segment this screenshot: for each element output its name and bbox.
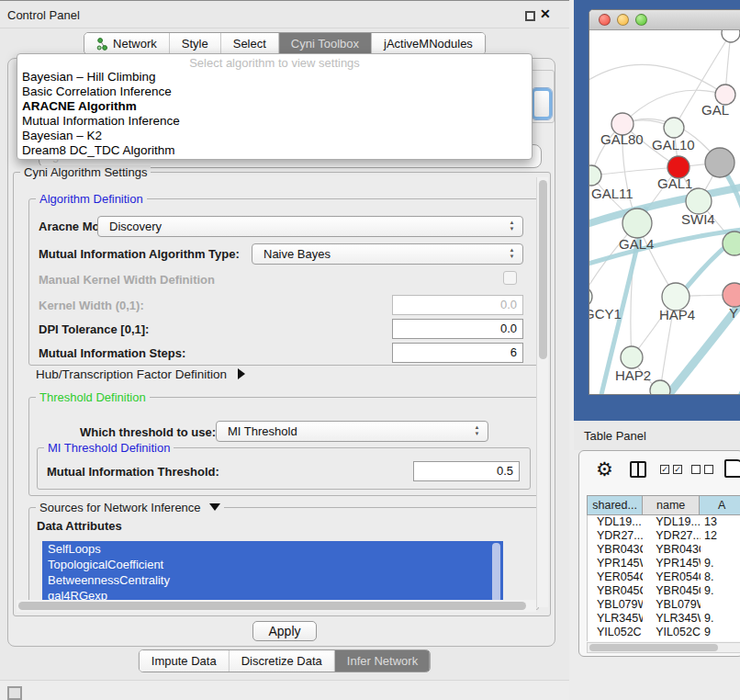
columns-icon[interactable] xyxy=(630,461,646,478)
table-header-row: shared...nameA xyxy=(587,495,740,515)
network-node-gal4[interactable] xyxy=(622,209,652,238)
table-row[interactable]: YBR043CYBR043C xyxy=(588,543,740,557)
tab-select[interactable]: Select xyxy=(221,33,279,54)
stepper-icon: ▲▼ xyxy=(508,220,516,232)
settings-horizontal-scrollbar[interactable] xyxy=(17,600,536,612)
attribute-item-topologicalcoefficient[interactable]: TopologicalCoefficient xyxy=(42,557,503,572)
tab-network[interactable]: Network xyxy=(84,33,170,54)
manual-kernel-checkbox[interactable] xyxy=(503,271,517,285)
data-attributes-label: Data Attributes xyxy=(37,519,122,533)
sources-group: Sources for Network Inference Data Attri… xyxy=(28,507,539,610)
table-row[interactable]: YDR27...YDR27...12 xyxy=(588,529,740,543)
kernel-width-field[interactable]: 0.0 xyxy=(392,295,523,315)
mi-steps-label: Mutual Information Steps: xyxy=(39,346,185,360)
tab-infer-network[interactable]: Infer Network xyxy=(335,650,430,672)
network-node-gal10[interactable] xyxy=(664,118,684,138)
algorithm-definition-group: Algorithm Definition Aracne Mode: Discov… xyxy=(28,198,539,366)
network-edge[interactable] xyxy=(589,64,725,95)
algorithm-option-basic-correlation-inference[interactable]: Basic Correlation Inference xyxy=(17,85,532,99)
mi-type-select[interactable]: Naive Bayes ▲▼ xyxy=(252,243,523,265)
network-node-gal11[interactable] xyxy=(589,165,601,186)
control-panel-titlebar: Control Panel ✕ xyxy=(0,2,569,28)
table-row[interactable]: YDL19...YDL19...13 xyxy=(588,515,740,529)
unchecked-checkbox-icon[interactable] xyxy=(704,465,713,474)
zoom-traffic-light-icon[interactable] xyxy=(635,14,647,26)
algorithm-option-mutual-information-inference[interactable]: Mutual Information Inference xyxy=(17,114,532,129)
table-row[interactable]: YIL052CYIL052C9 xyxy=(588,626,740,639)
algorithm-option-bayesian-hill-climbing[interactable]: Bayesian – Hill Climbing xyxy=(17,70,532,85)
node-label-swi4: SWI4 xyxy=(681,211,715,227)
float-panel-icon[interactable] xyxy=(525,11,535,21)
apply-button[interactable]: Apply xyxy=(252,621,317,641)
table-cell: YBL079W xyxy=(643,598,701,612)
column-header-a[interactable]: A xyxy=(700,496,740,514)
network-node-swi4[interactable] xyxy=(686,188,712,214)
scrollbar-thumb[interactable] xyxy=(539,180,547,359)
table-row[interactable]: YBL079WYBL079W xyxy=(588,598,740,612)
tab-label: Discretize Data xyxy=(241,654,322,668)
tab-cyni-toolbox[interactable]: Cyni Toolbox xyxy=(279,33,372,54)
close-icon[interactable]: ✕ xyxy=(540,6,551,21)
network-node[interactable] xyxy=(705,148,734,177)
node-label-hap2: HAP2 xyxy=(615,367,651,383)
table-row[interactable]: YBR045CYBR045C9. xyxy=(588,584,740,598)
network-edge[interactable] xyxy=(729,333,740,395)
gear-icon[interactable]: ⚙ xyxy=(596,458,613,480)
table-row[interactable]: YER054CYER054C8. xyxy=(588,570,740,584)
collapse-down-icon xyxy=(209,503,220,511)
network-node[interactable] xyxy=(723,231,740,255)
close-traffic-light-icon[interactable] xyxy=(599,14,611,26)
table-row[interactable]: YLR345WYLR345W9. xyxy=(588,612,740,626)
scrollbar-thumb[interactable] xyxy=(18,602,526,610)
sources-group-title[interactable]: Sources for Network Inference xyxy=(36,501,224,514)
settings-group-title: Cyni Algorithm Settings xyxy=(20,165,151,179)
data-attributes-list[interactable]: SelfLoopsTopologicalCoefficientBetweenne… xyxy=(42,541,503,605)
table-toolbar: ⚙ ✓ ✓ xyxy=(579,457,740,490)
hub-section-label: Hub/Transcription Factor Definition xyxy=(36,367,227,381)
settings-vertical-scrollbar[interactable] xyxy=(536,177,548,607)
network-node-gcy1[interactable] xyxy=(589,287,592,307)
attribute-item-selfloops[interactable]: SelfLoops xyxy=(42,541,503,557)
table-cell: YER054C xyxy=(588,570,643,584)
column-header-name[interactable]: name xyxy=(643,496,700,514)
tab-jactivemnodules[interactable]: jActiveMNodules xyxy=(372,33,485,54)
expand-right-icon xyxy=(238,368,245,379)
which-threshold-value: MI Threshold xyxy=(228,424,297,438)
mi-steps-field[interactable]: 6 xyxy=(392,343,523,363)
collapsed-panel-icon[interactable] xyxy=(7,686,22,700)
network-node[interactable] xyxy=(650,380,670,395)
network-node-hap2[interactable] xyxy=(621,346,643,368)
network-window-titlebar xyxy=(589,10,740,30)
scrollbar-thumb[interactable] xyxy=(589,644,718,651)
network-edge[interactable] xyxy=(589,228,740,267)
unchecked-checkbox-icon[interactable] xyxy=(691,465,701,474)
document-icon[interactable] xyxy=(724,459,740,478)
tab-style[interactable]: Style xyxy=(170,33,221,54)
network-edge[interactable] xyxy=(591,167,678,175)
table-cell: 9. xyxy=(701,584,740,598)
dpi-tolerance-field[interactable]: 0.0 xyxy=(392,319,523,339)
tab-impute-data[interactable]: Impute Data xyxy=(140,650,230,672)
mi-threshold-field[interactable]: 0.5 xyxy=(413,461,520,481)
algorithm-option-dream8-dc-tdc-algorithm[interactable]: Dream8 DC_TDC Algorithm xyxy=(17,143,532,158)
checked-checkbox-icon[interactable]: ✓ xyxy=(660,465,669,474)
network-node-y[interactable] xyxy=(723,283,740,307)
list-scrollbar[interactable] xyxy=(492,543,500,603)
minimize-traffic-light-icon[interactable] xyxy=(617,14,629,26)
network-node[interactable] xyxy=(722,30,740,42)
algorithm-option-aracne-algorithm[interactable]: ARACNE Algorithm xyxy=(17,99,532,114)
hub-section-toggle[interactable]: Hub/Transcription Factor Definition xyxy=(36,367,245,381)
attribute-item-betweennesscentrality[interactable]: BetweennessCentrality xyxy=(42,572,503,588)
aracne-mode-select[interactable]: Discovery ▲▼ xyxy=(97,216,523,237)
table-horizontal-scrollbar[interactable] xyxy=(587,642,740,653)
tab-discretize-data[interactable]: Discretize Data xyxy=(230,650,335,672)
column-header-shared[interactable]: shared... xyxy=(588,496,643,514)
algorithm-option-bayesian-k2[interactable]: Bayesian – K2 xyxy=(17,129,532,143)
network-graph-canvas[interactable]: GALGAL80GAL10GAL1GAL11SWI4GAL4GCY1HAP4YH… xyxy=(589,30,740,395)
network-view-window[interactable]: GALGAL80GAL10GAL1GAL11SWI4GAL4GCY1HAP4YH… xyxy=(589,9,740,395)
table-row[interactable]: YPR145WYPR145W9. xyxy=(588,557,740,570)
stepper-icon: ▲▼ xyxy=(473,424,481,437)
hidden-combo-button[interactable] xyxy=(531,87,553,120)
which-threshold-select[interactable]: MI Threshold ▲▼ xyxy=(216,421,488,442)
checked-checkbox-icon[interactable]: ✓ xyxy=(673,465,682,474)
